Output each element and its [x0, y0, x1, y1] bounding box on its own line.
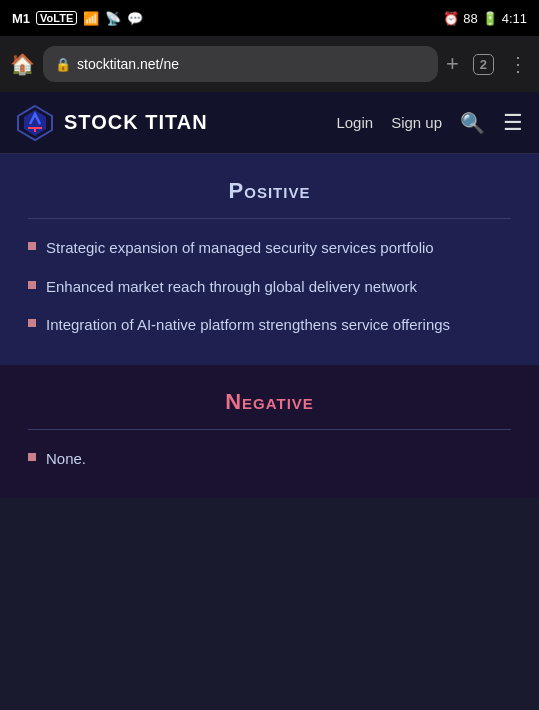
bullet-icon [28, 319, 36, 327]
url-bar[interactable]: 🔒 stocktitan.net/ne [43, 46, 438, 82]
signup-button[interactable]: Sign up [391, 114, 442, 131]
logo-text: STOCK TITAN [64, 111, 208, 134]
new-tab-button[interactable]: + [446, 51, 459, 77]
positive-item-2: Enhanced market reach through global del… [46, 276, 417, 299]
status-carrier: M1 VoLTE 📶 📡 💬 [12, 11, 143, 26]
list-item: Integration of AI-native platform streng… [28, 314, 511, 337]
logo-area: STOCK TITAN [16, 104, 336, 142]
positive-divider [28, 218, 511, 219]
tab-count[interactable]: 2 [473, 54, 494, 75]
page-content: Positive Strategic expansion of managed … [0, 154, 539, 498]
bullet-icon [28, 453, 36, 461]
negative-list: None. [28, 448, 511, 471]
positive-list: Strategic expansion of managed security … [28, 237, 511, 337]
battery-level: 88 [463, 11, 477, 26]
login-button[interactable]: Login [336, 114, 373, 131]
positive-item-3: Integration of AI-native platform streng… [46, 314, 450, 337]
battery-icon: 🔋 [482, 11, 498, 26]
menu-button[interactable]: ⋮ [508, 52, 529, 76]
negative-section-title: Negative [28, 389, 511, 415]
url-text: stocktitan.net/ne [77, 56, 179, 72]
status-bar: M1 VoLTE 📶 📡 💬 ⏰ 88 🔋 4:11 [0, 0, 539, 36]
hamburger-menu[interactable]: ☰ [503, 110, 523, 136]
messaging-icon: 💬 [127, 11, 143, 26]
search-icon[interactable]: 🔍 [460, 111, 485, 135]
positive-item-1: Strategic expansion of managed security … [46, 237, 434, 260]
negative-section: Negative None. [0, 365, 539, 499]
logo-icon [16, 104, 54, 142]
list-item: Strategic expansion of managed security … [28, 237, 511, 260]
home-button[interactable]: 🏠 [10, 52, 35, 76]
list-item: None. [28, 448, 511, 471]
positive-section: Positive Strategic expansion of managed … [0, 154, 539, 365]
negative-divider [28, 429, 511, 430]
wifi-icon: 📡 [105, 11, 121, 26]
nav-header: STOCK TITAN Login Sign up 🔍 ☰ [0, 92, 539, 154]
bullet-icon [28, 242, 36, 250]
carrier-label: M1 [12, 11, 30, 26]
security-icon: 🔒 [55, 57, 71, 72]
browser-chrome: 🏠 🔒 stocktitan.net/ne + 2 ⋮ [0, 36, 539, 92]
volte-badge: VoLTE [36, 11, 77, 25]
list-item: Enhanced market reach through global del… [28, 276, 511, 299]
status-right: ⏰ 88 🔋 4:11 [443, 11, 527, 26]
positive-section-title: Positive [28, 178, 511, 204]
negative-item-1: None. [46, 448, 86, 471]
browser-actions: + 2 ⋮ [446, 51, 529, 77]
nav-actions: Login Sign up 🔍 ☰ [336, 110, 523, 136]
signal-icon: 📶 [83, 11, 99, 26]
alarm-icon: ⏰ [443, 11, 459, 26]
time-display: 4:11 [502, 11, 527, 26]
bullet-icon [28, 281, 36, 289]
